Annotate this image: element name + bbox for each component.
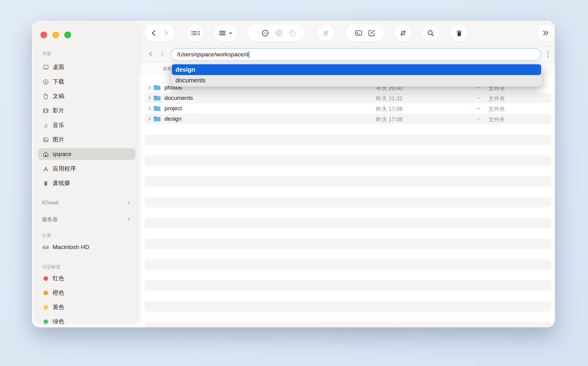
empty-row-stripe (145, 301, 551, 311)
sidebar-item-label: 图片 (53, 136, 64, 144)
trash-icon (455, 29, 463, 37)
orange-tag-icon (43, 291, 48, 295)
share-tools-group (247, 25, 305, 42)
disclosure-chevron-icon[interactable] (148, 106, 152, 111)
desktop-icon (42, 64, 50, 70)
chevron-right-icon[interactable] (126, 200, 131, 205)
forward-button[interactable] (162, 29, 169, 37)
red-tag-icon (43, 276, 48, 281)
empty-row-stripe (145, 197, 551, 207)
sidebar-group-label: 服务器 (42, 216, 58, 223)
double-chevron-right-icon (541, 29, 550, 37)
file-size: -- (461, 116, 481, 122)
grid-view-button[interactable] (214, 25, 237, 42)
sidebar-item-label: qspace (53, 151, 71, 157)
grid-view-icon (219, 29, 226, 37)
disclosure-chevron-icon[interactable] (148, 117, 152, 121)
sidebar-item-qspace-home[interactable]: qspace (38, 148, 135, 160)
sidebar-section-servers[interactable]: 服务器 (38, 213, 135, 225)
file-name: documents (164, 95, 193, 101)
sidebar-item-movies[interactable]: 影片 (38, 105, 135, 116)
hash-button[interactable]: # (317, 25, 334, 42)
file-name: design (164, 115, 182, 122)
file-row-project[interactable]: project 昨天 17:08 -- 文件夹 (140, 103, 555, 114)
document-icon (42, 93, 50, 100)
folder-icon (153, 85, 161, 91)
search-button[interactable] (422, 25, 439, 42)
path-bar: /Users/qspace/workspace/d (140, 46, 555, 62)
minimize-window-button[interactable] (52, 32, 59, 38)
zoom-window-button[interactable] (64, 32, 71, 38)
file-size: -- (461, 105, 481, 112)
sidebar-item-downloads[interactable]: 下载 (38, 76, 135, 88)
sidebar-item-tag-red[interactable]: 红色 (38, 273, 135, 284)
sidebar-item-label: 音乐 (53, 121, 64, 129)
back-button[interactable] (150, 29, 158, 37)
disclosure-chevron-icon[interactable] (148, 85, 152, 90)
search-icon (427, 29, 435, 37)
sidebar-item-trash[interactable]: 废纸篓 (38, 177, 135, 189)
green-tag-icon (43, 319, 48, 324)
sidebar-section-icloud[interactable]: iCloud (38, 197, 135, 209)
sidebar-item-macintosh-hd[interactable]: Macintosh HD (38, 241, 135, 253)
sidebar-item-label: 桌面 (53, 63, 64, 71)
file-size: -- (461, 95, 481, 101)
empty-row-stripe (145, 218, 551, 228)
empty-row-stripe (145, 155, 551, 166)
sidebar-item-tag-green[interactable]: 绿色 (38, 316, 135, 327)
sidebar-section-bookmarks: 书签 (42, 51, 51, 57)
file-date: 昨天 21:32 (376, 95, 402, 102)
sidebar-group-label: iCloud (42, 200, 58, 206)
sidebar-item-music[interactable]: ♫ 音乐 (38, 119, 135, 131)
hard-drive-icon (42, 244, 50, 251)
path-input[interactable]: /Users/qspace/workspace/d (171, 48, 541, 61)
autocomplete-item-documents[interactable]: documents (171, 75, 542, 86)
appstore-icon (42, 166, 50, 172)
hash-icon: # (324, 28, 328, 38)
file-row-design[interactable]: design 昨天 17:08 -- 文件夹 (140, 114, 555, 124)
history-nav-group (144, 25, 175, 42)
file-type: 文件夹 (488, 105, 505, 113)
text-caret (249, 51, 249, 58)
file-manager-window: 书签 桌面 下载 文稿 影片 ♫ 音乐 (32, 21, 555, 327)
trash-button[interactable] (450, 25, 468, 42)
tag-icon[interactable] (289, 29, 296, 37)
file-row-documents[interactable]: documents 昨天 21:32 -- 文件夹 (140, 93, 555, 103)
empty-row-stripe (145, 259, 551, 270)
file-list: photos 今天 20:40 -- 文件夹 documents 昨天 21:3… (140, 76, 555, 327)
autocomplete-item-design[interactable]: design (172, 64, 541, 75)
chevron-right-icon[interactable] (126, 217, 131, 222)
sidebar-item-documents[interactable]: 文稿 (38, 90, 135, 102)
column-header-name[interactable]: 名称 (163, 66, 172, 72)
disclosure-chevron-icon[interactable] (148, 96, 152, 100)
sidebar-item-tag-orange[interactable]: 橙色 (38, 287, 135, 299)
sidebar-item-label: Macintosh HD (53, 244, 89, 251)
sidebar-item-applications[interactable]: 应用程序 (38, 163, 135, 175)
sidebar-item-label: 橙色 (53, 289, 64, 297)
sort-arrows-icon (399, 29, 407, 37)
path-autocomplete-dropdown: design documents (171, 64, 542, 87)
path-input-value: /Users/qspace/workspace/d (177, 51, 248, 58)
sidebar-item-label: 影片 (53, 107, 64, 115)
list-view-button[interactable] (187, 25, 204, 42)
terminal-button[interactable] (355, 29, 363, 37)
path-back-button[interactable] (148, 51, 154, 57)
folder-icon (153, 116, 161, 122)
empty-row-stripe (145, 134, 551, 145)
edit-button[interactable] (368, 29, 375, 37)
file-date: 昨天 17:08 (376, 116, 402, 123)
file-type: 文件夹 (488, 95, 505, 102)
sidebar-item-pictures[interactable]: 图片 (38, 134, 135, 145)
sidebar-item-label: 废纸篓 (53, 179, 70, 187)
sidebar-item-tag-yellow[interactable]: 黄色 (38, 301, 135, 313)
airdrop-icon[interactable] (275, 29, 283, 37)
toolbar-overflow-button[interactable] (537, 25, 554, 42)
path-options-button[interactable] (546, 49, 550, 60)
file-name: project (164, 105, 182, 112)
path-forward-button[interactable] (159, 51, 165, 57)
sidebar-item-desktop[interactable]: 桌面 (38, 61, 135, 73)
sidebar-item-label: 绿色 (53, 318, 64, 326)
close-window-button[interactable] (40, 32, 47, 38)
sort-transfer-button[interactable] (394, 25, 412, 42)
more-actions-button[interactable] (261, 29, 269, 37)
